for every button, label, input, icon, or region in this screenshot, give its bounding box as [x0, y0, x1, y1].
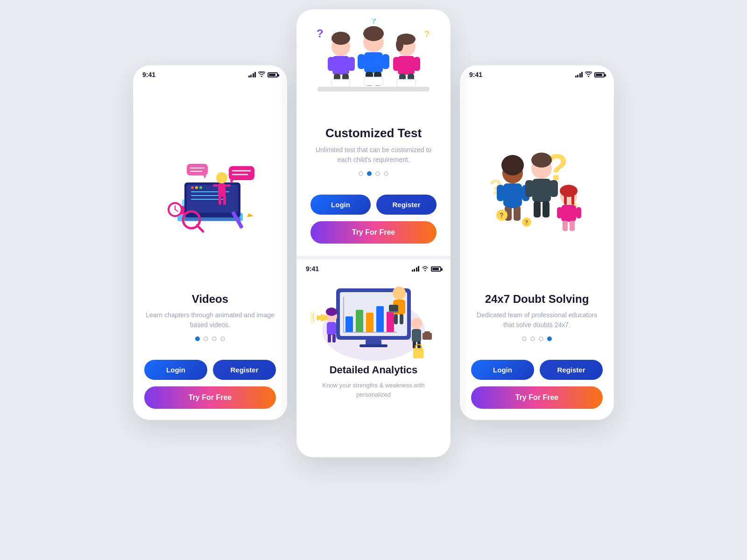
try-free-button-center[interactable]: Try For Free: [310, 221, 437, 244]
svg-rect-42: [398, 56, 415, 75]
svg-rect-57: [331, 79, 350, 87]
svg-rect-36: [328, 57, 334, 71]
svg-rect-17: [226, 184, 231, 187]
svg-rect-35: [332, 56, 349, 75]
svg-rect-79: [394, 314, 398, 324]
svg-point-87: [411, 318, 422, 329]
svg-rect-82: [327, 322, 336, 335]
svg-rect-107: [550, 180, 558, 197]
svg-rect-80: [400, 314, 403, 324]
svg-rect-18: [229, 166, 254, 180]
svg-rect-106: [525, 180, 534, 197]
card-title-right: 24x7 Doubt Solving: [471, 293, 603, 306]
signal-icon-left: [248, 72, 256, 77]
svg-rect-90: [424, 331, 430, 333]
svg-rect-13: [218, 183, 226, 196]
svg-rect-93: [413, 348, 423, 358]
signal-icon-center-bottom: [412, 266, 420, 272]
dot-1-right: [522, 336, 527, 341]
dots-right: [471, 336, 603, 341]
main-scene: 9:41: [47, 23, 700, 537]
card-content-center-top: Customized Test Unlimited test that can …: [296, 121, 451, 195]
center-top-half: ? ? ? Customized Test Unlimited test tha…: [296, 9, 451, 259]
svg-rect-77: [389, 305, 398, 311]
svg-line-27: [197, 225, 203, 231]
register-button-left[interactable]: Register: [213, 360, 276, 380]
dot-4-left: [220, 336, 225, 341]
svg-rect-14: [218, 196, 221, 205]
svg-marker-29: [246, 212, 254, 219]
illustration-customized: ? ? ?: [296, 9, 451, 121]
svg-rect-11: [184, 217, 240, 221]
svg-rect-69: [376, 306, 384, 332]
login-button-left[interactable]: Login: [144, 360, 207, 380]
btn-row-left: Login Register: [144, 360, 276, 380]
dots-center-top: [310, 171, 437, 176]
btn-row-center: Login Register: [310, 195, 437, 215]
svg-rect-108: [534, 201, 541, 217]
dot-4-center: [384, 171, 388, 176]
svg-rect-59: [397, 79, 416, 87]
dot-3-left: [212, 336, 217, 341]
svg-rect-109: [543, 201, 550, 217]
svg-rect-52: [382, 54, 389, 69]
phone-center: ? ? ? Customized Test Unlimited test tha…: [296, 9, 451, 457]
svg-rect-83: [317, 315, 321, 320]
status-icons-right: [575, 71, 605, 78]
status-bar-center-bottom: 9:41: [296, 259, 451, 275]
svg-rect-85: [332, 334, 336, 343]
try-free-button-right[interactable]: Try For Free: [471, 386, 603, 409]
svg-rect-84: [328, 334, 331, 343]
svg-rect-78: [388, 311, 399, 313]
battery-icon-left: [268, 72, 278, 77]
svg-rect-102: [514, 206, 521, 221]
illustration-analytics: [296, 275, 451, 364]
svg-point-48: [396, 38, 403, 51]
status-icons-center-bottom: [412, 266, 442, 273]
register-button-right[interactable]: Register: [540, 360, 603, 380]
buttons-area-right: Login Register Try For Free: [460, 360, 614, 420]
svg-rect-112: [561, 205, 576, 222]
svg-text:?: ?: [424, 29, 430, 39]
svg-rect-99: [497, 185, 504, 201]
card-content-left: Videos Learn chapters through animated a…: [133, 293, 287, 360]
card-title-center-top: Customized Test: [310, 126, 437, 140]
svg-point-10: [199, 186, 202, 189]
svg-rect-118: [564, 191, 567, 205]
login-button-right[interactable]: Login: [471, 360, 534, 380]
card-content-right: 24x7 Doubt Solving Dedicated team of pro…: [460, 293, 614, 360]
svg-rect-105: [532, 179, 551, 202]
svg-rect-56: [317, 87, 430, 91]
btn-row-right: Login Register: [471, 360, 603, 380]
svg-rect-89: [423, 333, 432, 340]
dot-2-left: [204, 336, 208, 341]
svg-rect-113: [557, 207, 562, 218]
dot-3-center: [375, 171, 380, 176]
wifi-icon-center-bottom: [422, 266, 429, 273]
svg-rect-16: [213, 184, 218, 187]
svg-rect-50: [364, 52, 383, 73]
dot-1-left: [195, 336, 200, 341]
time-left: 9:41: [142, 71, 155, 78]
try-free-button-left[interactable]: Try For Free: [144, 386, 276, 409]
dot-3-right: [539, 336, 543, 341]
register-button-center[interactable]: Register: [376, 195, 437, 215]
login-button-center[interactable]: Login: [310, 195, 371, 215]
svg-point-8: [191, 186, 194, 189]
svg-text:?: ?: [371, 19, 376, 25]
buttons-area-center-top: Login Register Try For Free: [296, 195, 451, 256]
dot-2-right: [530, 336, 535, 341]
card-desc-right: Dedicated team of professional educators…: [471, 310, 603, 330]
svg-rect-88: [412, 329, 421, 342]
center-inner: ? ? ? Customized Test Unlimited test tha…: [296, 9, 451, 457]
svg-rect-66: [345, 316, 353, 332]
battery-icon-center-bottom: [431, 266, 441, 272]
svg-marker-23: [204, 175, 206, 179]
center-bottom-half: 9:41: [296, 259, 451, 457]
svg-point-86: [326, 308, 337, 316]
svg-rect-51: [358, 54, 365, 69]
card-content-center-bottom: Detailed Analytics Know your strengths &…: [296, 364, 451, 406]
svg-point-40: [331, 32, 350, 45]
svg-rect-44: [414, 57, 420, 71]
dot-2-center: [367, 171, 372, 176]
